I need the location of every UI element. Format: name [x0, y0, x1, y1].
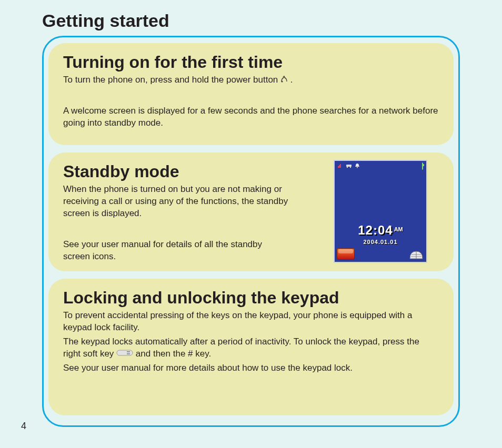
phone-date: 2004.01.01: [335, 239, 426, 245]
bell-icon: [355, 163, 360, 168]
body-text: To prevent accidental pressing of the ke…: [63, 310, 439, 334]
phone-status-bar: [338, 163, 423, 169]
section-standby: Standby mode When the phone is turned on…: [48, 152, 454, 271]
power-icon: [280, 74, 288, 86]
svg-point-0: [281, 80, 283, 82]
svg-point-3: [350, 167, 351, 168]
battery-icon: [422, 163, 423, 169]
section-turning-on: Turning on for the first time To turn th…: [48, 43, 454, 145]
svg-point-4: [357, 167, 358, 168]
phone-ampm: AM: [394, 226, 403, 232]
body-text: To turn the phone on, press and hold the…: [63, 74, 439, 86]
phone-clock: 12:04AM 2004.01.01: [335, 223, 426, 245]
phone-status-icons: [338, 163, 361, 169]
page-title: Getting started: [42, 11, 169, 31]
section-title: Locking and unlocking the keypad: [63, 288, 439, 308]
body-text: The keypad locks automatically after a p…: [63, 336, 439, 360]
body-text: See your user manual for more details ab…: [63, 362, 439, 374]
text-fragment: .: [290, 75, 293, 85]
text-fragment: To turn the phone on, press and hold the…: [63, 75, 280, 85]
phone-right-softkey-icon: [408, 248, 424, 260]
phone-screenshot: 12:04AM 2004.01.01: [334, 160, 427, 263]
page-number: 4: [21, 421, 26, 432]
section-title: Turning on for the first time: [63, 53, 439, 72]
svg-rect-8: [117, 350, 133, 355]
car-icon: [346, 163, 352, 168]
phone-left-softkey-icon: [337, 248, 355, 260]
section-title: Standby mode: [63, 162, 289, 181]
body-text: When the phone is turned on but you are …: [63, 184, 289, 220]
signal-icon: [338, 163, 343, 168]
body-text: A welcome screen is displayed for a few …: [63, 105, 439, 129]
text-fragment: and then the # key.: [136, 349, 211, 359]
softkey-icon: [116, 348, 133, 360]
phone-softkey-row: [337, 248, 424, 260]
svg-rect-1: [346, 165, 352, 167]
body-text: See your user manual for details of all …: [63, 239, 289, 263]
section-locking: Locking and unlocking the keypad To prev…: [48, 279, 454, 415]
phone-time: 12:04: [358, 223, 393, 238]
svg-point-2: [347, 167, 348, 168]
